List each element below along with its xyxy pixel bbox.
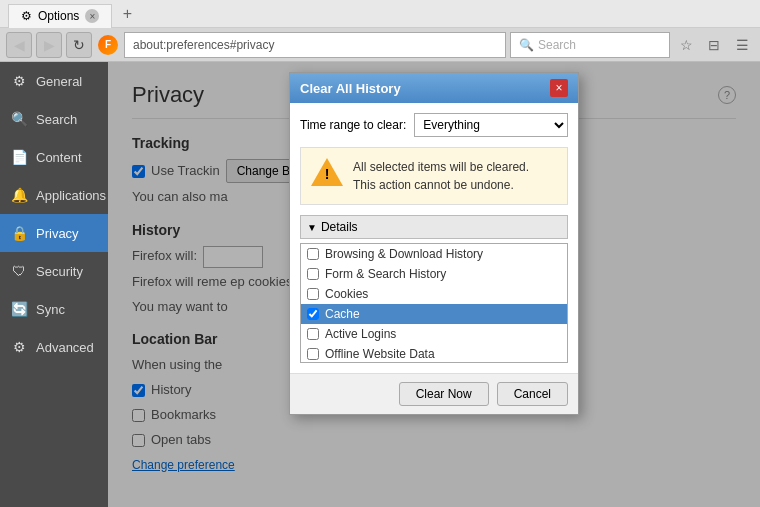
active-logins-checkbox[interactable] <box>307 328 319 340</box>
url-text: about:preferences#privacy <box>133 38 274 52</box>
browsing-checkbox[interactable] <box>307 248 319 260</box>
sidebar-item-advanced[interactable]: ⚙ Advanced <box>0 328 108 366</box>
check-item-cookies[interactable]: Cookies <box>301 284 567 304</box>
warning-box: ! All selected items will be cleared. Th… <box>300 147 568 205</box>
sidebar-item-applications[interactable]: 🔔 Applications <box>0 176 108 214</box>
title-bar: ⚙ Options × + <box>0 0 760 28</box>
sidebar-item-content[interactable]: 📄 Content <box>0 138 108 176</box>
check-item-cache[interactable]: Cache <box>301 304 567 324</box>
search-icon: 🔍 <box>10 110 28 128</box>
time-range-label: Time range to clear: <box>300 118 406 132</box>
firefox-icon: F <box>98 35 118 55</box>
sidebar-item-search[interactable]: 🔍 Search <box>0 100 108 138</box>
sync-icon: 🔄 <box>10 300 28 318</box>
warning-icon: ! <box>311 158 343 190</box>
sidebar-label-search: Search <box>36 112 77 127</box>
sidebar-item-security[interactable]: 🛡 Security <box>0 252 108 290</box>
time-range-row: Time range to clear: Last Hour Last Two … <box>300 113 568 137</box>
cookies-label: Cookies <box>325 287 368 301</box>
dialog-titlebar: Clear All History × <box>290 73 578 103</box>
bookmark-star-button[interactable]: ☆ <box>674 32 698 58</box>
details-toggle[interactable]: ▼ Details <box>300 215 568 239</box>
browsing-label: Browsing & Download History <box>325 247 483 261</box>
main-layout: ⚙ General 🔍 Search 📄 Content 🔔 Applicati… <box>0 62 760 507</box>
modal-overlay: Clear All History × Time range to clear:… <box>108 62 760 507</box>
search-icon: 🔍 <box>519 38 534 52</box>
sidebar-label-applications: Applications <box>36 188 106 203</box>
tab-icon: ⚙ <box>21 9 32 23</box>
sidebar: ⚙ General 🔍 Search 📄 Content 🔔 Applicati… <box>0 62 108 507</box>
tab-close-button[interactable]: × <box>85 9 99 23</box>
new-tab-button[interactable]: + <box>116 3 138 25</box>
time-range-select[interactable]: Last Hour Last Two Hours Last Four Hours… <box>414 113 568 137</box>
checklist: Browsing & Download History Form & Searc… <box>300 243 568 363</box>
applications-icon: 🔔 <box>10 186 28 204</box>
warning-line1: All selected items will be cleared. <box>353 158 529 176</box>
check-item-active-logins[interactable]: Active Logins <box>301 324 567 344</box>
active-logins-label: Active Logins <box>325 327 396 341</box>
content-area: Privacy ? Tracking Use Trackin Change Bl… <box>108 62 760 507</box>
sidebar-label-content: Content <box>36 150 82 165</box>
bookmark2-button[interactable]: ⊟ <box>702 32 726 58</box>
cancel-button[interactable]: Cancel <box>497 382 568 406</box>
form-search-label: Form & Search History <box>325 267 446 281</box>
dialog-title-text: Clear All History <box>300 81 401 96</box>
search-box[interactable]: 🔍 Search <box>510 32 670 58</box>
nav-bar: ◀ ▶ ↻ F about:preferences#privacy 🔍 Sear… <box>0 28 760 62</box>
offline-checkbox[interactable] <box>307 348 319 360</box>
menu-button[interactable]: ☰ <box>730 32 754 58</box>
sidebar-item-sync[interactable]: 🔄 Sync <box>0 290 108 328</box>
general-icon: ⚙ <box>10 72 28 90</box>
offline-label: Offline Website Data <box>325 347 435 361</box>
sidebar-label-privacy: Privacy <box>36 226 79 241</box>
check-item-offline[interactable]: Offline Website Data <box>301 344 567 363</box>
cache-checkbox[interactable] <box>307 308 319 320</box>
warning-line2: This action cannot be undone. <box>353 176 529 194</box>
forward-button[interactable]: ▶ <box>36 32 62 58</box>
dialog-close-button[interactable]: × <box>550 79 568 97</box>
check-item-browsing[interactable]: Browsing & Download History <box>301 244 567 264</box>
advanced-icon: ⚙ <box>10 338 28 356</box>
sidebar-label-sync: Sync <box>36 302 65 317</box>
sidebar-item-general[interactable]: ⚙ General <box>0 62 108 100</box>
sidebar-item-privacy[interactable]: 🔒 Privacy <box>0 214 108 252</box>
sidebar-label-advanced: Advanced <box>36 340 94 355</box>
clear-now-button[interactable]: Clear Now <box>399 382 489 406</box>
sidebar-label-security: Security <box>36 264 83 279</box>
check-item-form-search[interactable]: Form & Search History <box>301 264 567 284</box>
cookies-checkbox[interactable] <box>307 288 319 300</box>
back-button[interactable]: ◀ <box>6 32 32 58</box>
sidebar-label-general: General <box>36 74 82 89</box>
dialog-footer: Clear Now Cancel <box>290 373 578 414</box>
form-search-checkbox[interactable] <box>307 268 319 280</box>
security-icon: 🛡 <box>10 262 28 280</box>
search-placeholder: Search <box>538 38 576 52</box>
reload-button[interactable]: ↻ <box>66 32 92 58</box>
privacy-icon: 🔒 <box>10 224 28 242</box>
content-icon: 📄 <box>10 148 28 166</box>
clear-history-dialog: Clear All History × Time range to clear:… <box>289 72 579 415</box>
options-tab[interactable]: ⚙ Options × <box>8 4 112 28</box>
cache-label: Cache <box>325 307 360 321</box>
url-bar[interactable]: about:preferences#privacy <box>124 32 506 58</box>
tab-title: Options <box>38 9 79 23</box>
warning-text: All selected items will be cleared. This… <box>353 158 529 194</box>
details-label: Details <box>321 220 358 234</box>
dialog-body: Time range to clear: Last Hour Last Two … <box>290 103 578 373</box>
details-arrow-icon: ▼ <box>307 222 317 233</box>
